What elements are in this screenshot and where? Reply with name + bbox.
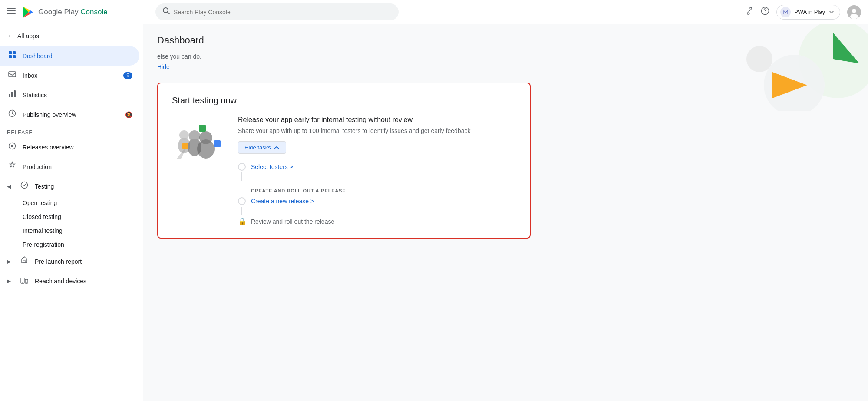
back-icon: ← [7, 32, 14, 40]
reach-devices-icon [19, 275, 30, 286]
sidebar-item-label-publishing-overview: Publishing overview [23, 111, 76, 118]
sidebar-item-label-reach-and-devices: Reach and devices [35, 278, 86, 285]
testing-card-title: Start testing now [172, 96, 516, 106]
sidebar-item-label-pre-launch-report: Pre-launch report [35, 258, 82, 265]
testing-icon [19, 181, 30, 192]
help-icon[interactable] [761, 7, 769, 17]
sidebar-item-closed-testing[interactable]: Closed testing [0, 210, 143, 224]
sidebar: ← All apps Dashboard [0, 24, 143, 401]
task-create-release: Create a new release > [238, 197, 516, 205]
sidebar-item-publishing-overview[interactable]: Publishing overview 🔕 [0, 105, 139, 124]
pre-registration-label: Pre-registration [23, 241, 64, 248]
tasks-list: Select testers > CREATE AND ROLL OUT A R… [238, 162, 516, 225]
review-release-label: Review and roll out the release [251, 218, 334, 225]
all-apps-label: All apps [17, 33, 39, 40]
sidebar-item-dashboard[interactable]: Dashboard [0, 46, 139, 66]
sidebar-all-apps[interactable]: ← All apps [0, 28, 143, 44]
testing-illustration [172, 116, 224, 165]
svg-point-6 [765, 13, 766, 13]
svg-rect-11 [9, 51, 12, 54]
svg-rect-16 [9, 94, 10, 97]
search-input[interactable] [174, 9, 392, 16]
inbox-icon [7, 70, 17, 81]
sidebar-item-label-releases-overview: Releases overview [23, 144, 74, 151]
pre-launch-icon [19, 256, 30, 267]
avatar[interactable] [847, 5, 861, 19]
open-testing-label: Open testing [23, 199, 57, 206]
topbar: Google Play Console [0, 0, 868, 24]
statistics-icon [7, 89, 17, 100]
sidebar-item-production[interactable]: Production [0, 157, 139, 176]
svg-rect-0 [7, 8, 16, 9]
sidebar-item-inbox[interactable]: Inbox 9 [0, 66, 139, 85]
sidebar-item-testing[interactable]: ◀ Testing [0, 176, 139, 196]
topbar-left: Google Play Console [7, 5, 150, 19]
hamburger-icon[interactable] [7, 7, 16, 17]
sidebar-item-label-dashboard: Dashboard [23, 53, 53, 60]
closed-testing-label: Closed testing [23, 213, 61, 220]
svg-point-29 [764, 55, 825, 111]
svg-rect-14 [13, 55, 16, 58]
logo-area: Google Play Console [21, 5, 108, 19]
publishing-overview-icon [7, 109, 17, 120]
app-badge-text: PWA in Play [794, 9, 825, 15]
sidebar-item-label-production: Production [23, 163, 52, 170]
layout: ← All apps Dashboard [0, 24, 868, 401]
expand-arrow-left-icon: ◀ [7, 183, 14, 189]
select-testers-link[interactable]: Select testers > [251, 163, 293, 170]
svg-rect-13 [9, 55, 12, 58]
svg-rect-12 [13, 51, 16, 54]
lock-icon: 🔒 [238, 217, 246, 225]
topbar-right: PWA in Play [745, 5, 861, 20]
svg-point-21 [11, 145, 13, 147]
internal-testing-label: Internal testing [23, 227, 63, 234]
main-content: Dashboard else you can do. Hide Start te… [143, 24, 868, 401]
sidebar-item-internal-testing[interactable]: Internal testing [0, 224, 143, 238]
inbox-badge: 9 [123, 72, 132, 79]
svg-point-10 [850, 14, 858, 19]
task-review-release: 🔒 Review and roll out the release [238, 217, 516, 225]
svg-point-26 [22, 282, 23, 283]
page-title: Dashboard [157, 35, 854, 46]
releases-overview-icon [7, 142, 17, 152]
sidebar-item-releases-overview[interactable]: Releases overview [0, 137, 139, 157]
release-section-label: Release [0, 124, 143, 137]
sidebar-item-label-inbox: Inbox [23, 72, 37, 79]
sidebar-item-label-statistics: Statistics [23, 92, 47, 99]
task-circle-1 [238, 163, 246, 171]
sidebar-item-reach-and-devices[interactable]: ▶ Reach and devices [0, 271, 139, 291]
svg-rect-38 [182, 143, 188, 149]
sidebar-item-statistics[interactable]: Statistics [0, 85, 139, 105]
logo-text: Google Play Console [38, 8, 108, 17]
testing-card-body: Release your app early for internal test… [172, 116, 516, 225]
svg-rect-15 [9, 72, 16, 77]
search-bar[interactable] [155, 3, 399, 20]
create-release-link[interactable]: Create a new release > [251, 198, 314, 205]
app-badge-icon [780, 7, 791, 17]
expand-right-icon2: ▶ [7, 278, 14, 284]
svg-rect-39 [214, 140, 221, 147]
sidebar-item-pre-launch-report[interactable]: ▶ Pre-launch report [0, 252, 139, 271]
notification-bell-icon: 🔕 [125, 111, 132, 118]
svg-point-32 [179, 130, 189, 140]
svg-point-27 [26, 282, 27, 283]
connector-line-2 [241, 207, 242, 215]
sidebar-item-open-testing[interactable]: Open testing [0, 196, 143, 210]
production-icon [7, 161, 17, 172]
else-text: else you can do. [157, 53, 854, 60]
start-testing-card: Start testing now [157, 83, 531, 239]
hide-tasks-button[interactable]: Hide tasks [238, 141, 286, 154]
app-badge[interactable]: PWA in Play [776, 5, 840, 20]
dashboard-icon [7, 50, 17, 61]
svg-point-36 [199, 131, 212, 144]
hide-link[interactable]: Hide [157, 63, 170, 70]
task-circle-2 [238, 197, 246, 205]
svg-point-34 [189, 130, 200, 142]
sidebar-item-pre-registration[interactable]: Pre-registration [0, 238, 143, 252]
testing-info: Release your app early for internal test… [238, 116, 516, 225]
svg-rect-37 [199, 125, 206, 132]
create-roll-out-label: CREATE AND ROLL OUT A RELEASE [251, 188, 516, 193]
link-icon[interactable] [745, 7, 754, 17]
svg-rect-2 [7, 13, 16, 14]
hide-tasks-label: Hide tasks [244, 144, 271, 151]
